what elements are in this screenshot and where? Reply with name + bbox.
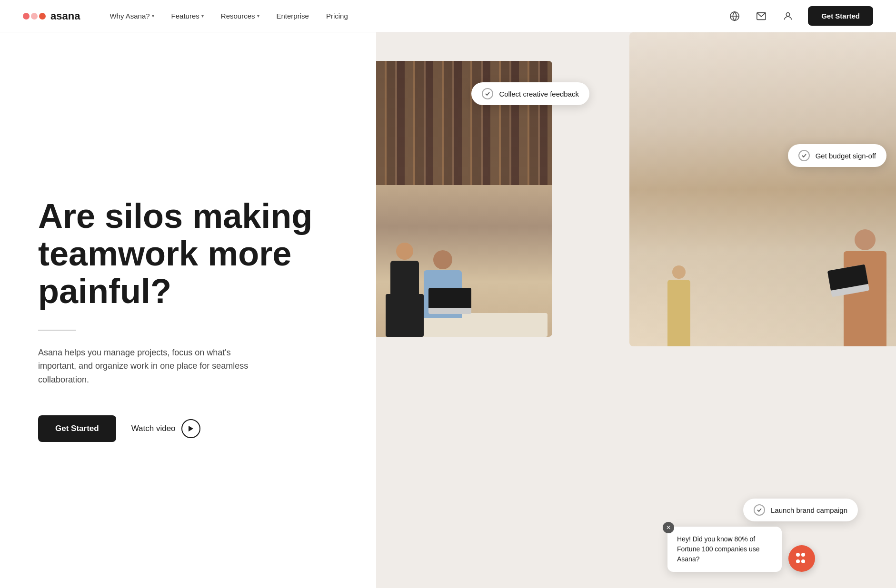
nav-get-started-button[interactable]: Get Started	[808, 6, 873, 26]
office-image-right	[629, 32, 896, 346]
hero-divider	[38, 330, 76, 331]
check-icon-launch	[754, 504, 765, 516]
svg-marker-3	[189, 426, 193, 431]
check-icon-budget	[798, 150, 810, 161]
asana-dots-icon	[796, 553, 807, 564]
person-figure-1	[390, 243, 419, 337]
nav-icons	[726, 8, 796, 25]
logo-dot-coral	[39, 13, 46, 20]
logo[interactable]: asana	[23, 10, 80, 22]
main-content: Are silos making teamwork more painful? …	[0, 32, 896, 588]
hero-description: Asana helps you manage projects, focus o…	[38, 346, 267, 387]
check-icon-collect	[482, 88, 493, 99]
nav-item-resources[interactable]: Resources ▾	[214, 8, 266, 24]
hero-left-panel: Are silos making teamwork more painful? …	[0, 32, 376, 588]
task-chip-collect: Collect creative feedback	[471, 82, 589, 105]
globe-icon-button[interactable]	[726, 8, 743, 25]
chevron-down-icon: ▾	[152, 13, 154, 19]
chat-bubble: ✕ Hey! Did you know 80% of Fortune 100 c…	[667, 527, 782, 572]
chevron-down-icon: ▾	[201, 13, 204, 19]
chevron-down-icon: ▾	[257, 13, 259, 19]
laptop	[428, 288, 471, 314]
user-icon-button[interactable]	[779, 8, 796, 25]
chat-text: Hey! Did you know 80% of Fortune 100 com…	[677, 535, 760, 563]
hero-watch-video-button[interactable]: Watch video	[131, 419, 200, 438]
globe-icon	[729, 11, 740, 21]
task-chip-collect-label: Collect creative feedback	[499, 90, 579, 98]
play-icon	[181, 419, 200, 438]
logo-dot-pink	[31, 13, 38, 20]
chat-close-button[interactable]: ✕	[663, 522, 674, 533]
logo-text: asana	[50, 10, 80, 22]
person-figure-3	[844, 229, 886, 346]
nav-item-enterprise[interactable]: Enterprise	[270, 8, 316, 24]
task-chip-budget-label: Get budget sign-off	[816, 152, 876, 160]
asana-chatbot-avatar[interactable]	[788, 545, 815, 572]
svg-point-2	[786, 12, 789, 16]
nav-item-pricing[interactable]: Pricing	[319, 8, 355, 24]
hero-right-panel: Collect creative feedback Get budget sig…	[376, 32, 896, 588]
task-chip-budget: Get budget sign-off	[788, 144, 886, 167]
mail-icon	[756, 11, 767, 21]
nav-item-features[interactable]: Features ▾	[165, 8, 210, 24]
task-chip-launch-label: Launch brand campaign	[771, 506, 847, 514]
task-chip-launch: Launch brand campaign	[743, 499, 858, 521]
person-figure-4	[667, 265, 690, 346]
user-icon	[783, 11, 793, 21]
cta-row: Get Started Watch video	[38, 415, 338, 442]
mail-icon-button[interactable]	[753, 8, 770, 25]
navbar: asana Why Asana? ▾ Features ▾ Resources …	[0, 0, 896, 32]
logo-icon	[23, 13, 46, 20]
nav-item-why-asana[interactable]: Why Asana? ▾	[103, 8, 160, 24]
watch-video-label: Watch video	[131, 424, 176, 433]
hero-title: Are silos making teamwork more painful?	[38, 197, 338, 311]
logo-dot-red	[23, 13, 30, 20]
nav-links: Why Asana? ▾ Features ▾ Resources ▾ Ente…	[103, 8, 726, 24]
hero-get-started-button[interactable]: Get Started	[38, 415, 116, 442]
